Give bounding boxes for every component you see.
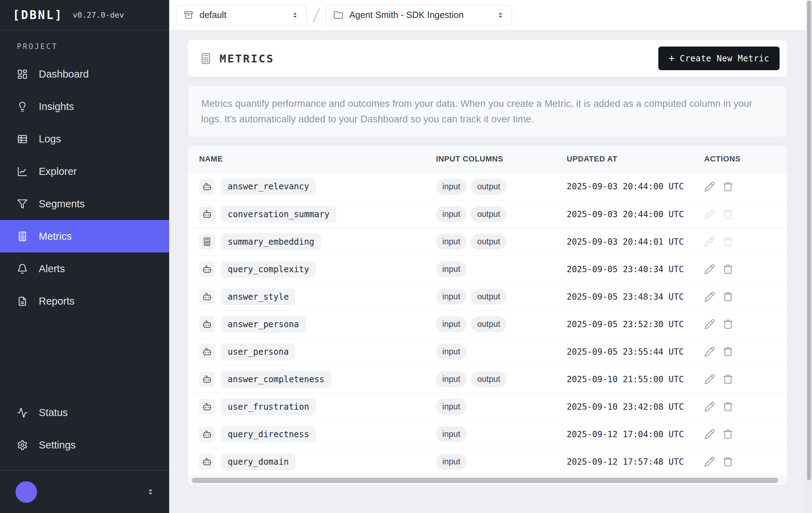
bot-icon [199, 289, 215, 305]
updated-at-value: 2025-09-05 23:55:44 UTC [567, 347, 704, 357]
edit-metric-button[interactable] [704, 401, 715, 412]
delete-metric-button[interactable] [722, 401, 733, 412]
metrics-table-card: NAME INPUT COLUMNS UPDATED AT ACTIONS an… [188, 146, 787, 485]
delete-metric-button[interactable] [722, 346, 733, 357]
actions-cell [704, 264, 787, 275]
user-row[interactable] [0, 470, 169, 513]
actions-cell [704, 181, 787, 192]
edit-metric-button[interactable] [704, 181, 715, 192]
page-scrollbar-thumb[interactable] [807, 1, 811, 480]
input-column-pill: input [436, 454, 467, 470]
input-columns-cell: inputoutput [436, 206, 567, 222]
bot-icon [199, 454, 215, 470]
page-title: METRICS [220, 52, 274, 65]
edit-metric-button[interactable] [704, 264, 715, 275]
horizontal-scrollbar-thumb[interactable] [192, 478, 778, 483]
sidebar-item-explorer[interactable]: Explorer [0, 155, 169, 188]
page-scrollbar[interactable] [806, 0, 812, 513]
delete-metric-button[interactable] [722, 291, 733, 302]
actions-cell [704, 291, 787, 302]
project-select[interactable]: Agent Smith - SDK Ingestion [326, 5, 512, 25]
metric-name-cell: summary_embedding [199, 233, 436, 250]
input-column-pill: input [436, 179, 467, 195]
edit-metric-button[interactable] [704, 456, 715, 467]
bot-icon [199, 426, 215, 442]
trash-icon [722, 374, 733, 385]
avatar[interactable] [16, 481, 37, 503]
delete-metric-button[interactable] [722, 456, 733, 467]
delete-metric-button[interactable] [722, 181, 733, 192]
actions-cell [704, 374, 787, 385]
sidebar-item-alerts[interactable]: Alerts [0, 252, 169, 285]
input-columns-cell: input [436, 399, 567, 415]
line-chart-icon [17, 166, 28, 177]
sidebar-spacer [0, 317, 169, 396]
input-column-pill: output [471, 371, 506, 387]
metric-name: summary_embedding [221, 233, 321, 250]
bot-icon [199, 179, 215, 195]
gear-icon [17, 440, 28, 451]
input-column-pill: output [471, 316, 506, 332]
sidebar-item-insights[interactable]: Insights [0, 90, 169, 123]
updated-at-value: 2025-09-03 20:44:00 UTC [567, 209, 704, 219]
delete-metric-button [722, 209, 733, 220]
project-select-value: Agent Smith - SDK Ingestion [349, 10, 464, 20]
input-column-pill: input [436, 426, 467, 442]
bot-icon [199, 371, 215, 387]
namespace-select[interactable]: default [176, 5, 307, 25]
sidebar-item-logs[interactable]: Logs [0, 123, 169, 155]
create-new-metric-button[interactable]: + Create New Metric [658, 47, 780, 70]
pencil-icon [704, 209, 715, 220]
sidebar-item-label: Dashboard [39, 68, 89, 80]
input-column-pill: input [436, 234, 467, 250]
bot-icon [199, 344, 215, 360]
metric-name-cell: user_persona [199, 343, 436, 360]
chevron-up-down-icon[interactable] [146, 487, 155, 496]
trash-icon [722, 181, 733, 192]
metric-name-cell: query_directness [199, 426, 436, 443]
funnel-icon [17, 199, 28, 209]
metrics-header-card: METRICS + Create New Metric [188, 40, 787, 77]
sidebar-item-dashboard[interactable]: Dashboard [0, 58, 169, 90]
sidebar-item-segments[interactable]: Segments [0, 188, 169, 220]
table-row: query_domain input 2025-09-12 17:57:48 U… [188, 448, 787, 475]
activity-icon [17, 407, 28, 418]
sidebar-item-status[interactable]: Status [0, 396, 169, 429]
horizontal-scrollbar[interactable] [188, 475, 787, 485]
metric-name: user_persona [221, 343, 295, 360]
table-row: answer_completeness inputoutput 2025-09-… [188, 365, 787, 393]
input-column-pill: input [436, 399, 467, 415]
sidebar-item-reports[interactable]: Reports [0, 285, 169, 317]
sidebar: [DBNL] v0.27.0-dev PROJECT Dashboard Ins… [0, 0, 169, 513]
sidebar-item-label: Explorer [39, 166, 77, 177]
edit-metric-button[interactable] [704, 429, 715, 440]
create-new-metric-label: Create New Metric [680, 54, 769, 63]
namespace-select-value: default [199, 10, 227, 20]
calculator-icon [199, 234, 215, 250]
input-columns-cell: inputoutput [436, 289, 567, 305]
edit-metric-button[interactable] [704, 374, 715, 385]
pencil-icon [704, 264, 715, 275]
table-row: summary_embedding inputoutput 2025-09-03… [188, 228, 787, 255]
sidebar-item-metrics[interactable]: Metrics [0, 220, 169, 252]
edit-metric-button[interactable] [704, 291, 715, 302]
column-header-updated-at: UPDATED AT [567, 154, 704, 164]
input-columns-cell: input [436, 261, 567, 277]
actions-cell [704, 429, 787, 440]
input-columns-cell: inputoutput [436, 371, 567, 387]
input-column-pill: input [436, 316, 467, 332]
pencil-icon [704, 319, 715, 330]
edit-metric-button[interactable] [704, 319, 715, 330]
delete-metric-button[interactable] [722, 264, 733, 275]
table-icon [17, 134, 28, 145]
updated-at-value: 2025-09-05 23:52:30 UTC [567, 319, 704, 329]
delete-metric-button[interactable] [722, 374, 733, 385]
input-columns-cell: input [436, 426, 567, 442]
pencil-icon [704, 401, 715, 412]
metric-name: query_complexity [221, 261, 316, 278]
edit-metric-button[interactable] [704, 346, 715, 357]
sidebar-item-settings[interactable]: Settings [0, 429, 169, 461]
delete-metric-button[interactable] [722, 429, 733, 440]
delete-metric-button[interactable] [722, 319, 733, 330]
metrics-description-card: Metrics quantify performance and outcome… [188, 85, 787, 137]
